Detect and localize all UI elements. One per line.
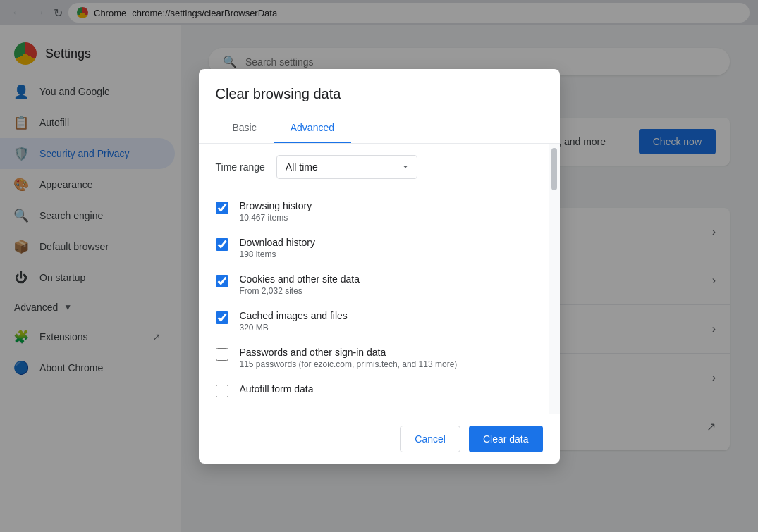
checkbox-title: Download history xyxy=(240,237,532,248)
checkbox-cookies: Cookies and other site data From 2,032 s… xyxy=(216,266,532,303)
cached-checkbox[interactable] xyxy=(216,311,228,324)
checkbox-label: Cached images and files 320 MB xyxy=(240,310,532,333)
checkbox-title: Passwords and other sign-in data xyxy=(240,347,532,358)
autofill-checkbox[interactable] xyxy=(216,385,228,397)
clear-data-button[interactable]: Clear data xyxy=(469,426,543,452)
time-range-row: Time range All time Last hour Last 24 ho… xyxy=(216,155,532,179)
checkbox-label: Cookies and other site data From 2,032 s… xyxy=(240,273,532,296)
browsing-history-checkbox[interactable] xyxy=(216,202,228,214)
checkbox-cached: Cached images and files 320 MB xyxy=(216,303,532,340)
dialog-footer: Cancel Clear data xyxy=(199,414,560,464)
checkbox-title: Cached images and files xyxy=(240,310,532,321)
cancel-button[interactable]: Cancel xyxy=(400,426,460,452)
checkbox-label: Download history 198 items xyxy=(240,237,532,259)
checkbox-label: Browsing history 10,467 items xyxy=(240,200,532,223)
checkbox-passwords: Passwords and other sign-in data 115 pas… xyxy=(216,340,532,376)
checkbox-title: Cookies and other site data xyxy=(240,273,532,285)
checkbox-title: Autofill form data xyxy=(240,383,532,395)
cookies-checkbox[interactable] xyxy=(216,275,228,287)
checkbox-label: Autofill form data xyxy=(240,383,532,396)
checkbox-title: Browsing history xyxy=(240,200,532,211)
checkbox-autofill: Autofill form data xyxy=(216,376,532,404)
dialog-tabs: Basic Advanced xyxy=(199,113,560,144)
checkbox-subtitle: 320 MB xyxy=(240,323,532,333)
checkbox-subtitle: 198 items xyxy=(240,249,532,259)
checkbox-subtitle: 10,467 items xyxy=(240,213,532,223)
dialog-title: Clear browsing data xyxy=(199,69,560,113)
dialog-scrollbar[interactable] xyxy=(549,144,560,414)
clear-browsing-dialog: Clear browsing data Basic Advanced Time … xyxy=(199,69,560,464)
scrollbar-thumb[interactable] xyxy=(551,148,557,190)
dialog-body: Time range All time Last hour Last 24 ho… xyxy=(199,144,549,414)
tab-advanced[interactable]: Advanced xyxy=(274,113,351,143)
download-history-checkbox[interactable] xyxy=(216,238,228,251)
checkbox-label: Passwords and other sign-in data 115 pas… xyxy=(240,347,532,369)
checkbox-subtitle: 115 passwords (for ezoic.com, primis.tec… xyxy=(240,359,532,369)
modal-overlay[interactable]: Clear browsing data Basic Advanced Time … xyxy=(0,0,758,532)
tab-basic[interactable]: Basic xyxy=(216,113,274,143)
checkbox-download-history: Download history 198 items xyxy=(216,230,532,266)
time-range-select[interactable]: All time Last hour Last 24 hours Last 7 … xyxy=(276,155,417,179)
checkbox-subtitle: From 2,032 sites xyxy=(240,286,532,296)
passwords-checkbox[interactable] xyxy=(216,348,228,361)
time-range-label: Time range xyxy=(216,161,265,173)
checkbox-browsing-history: Browsing history 10,467 items xyxy=(216,193,532,230)
